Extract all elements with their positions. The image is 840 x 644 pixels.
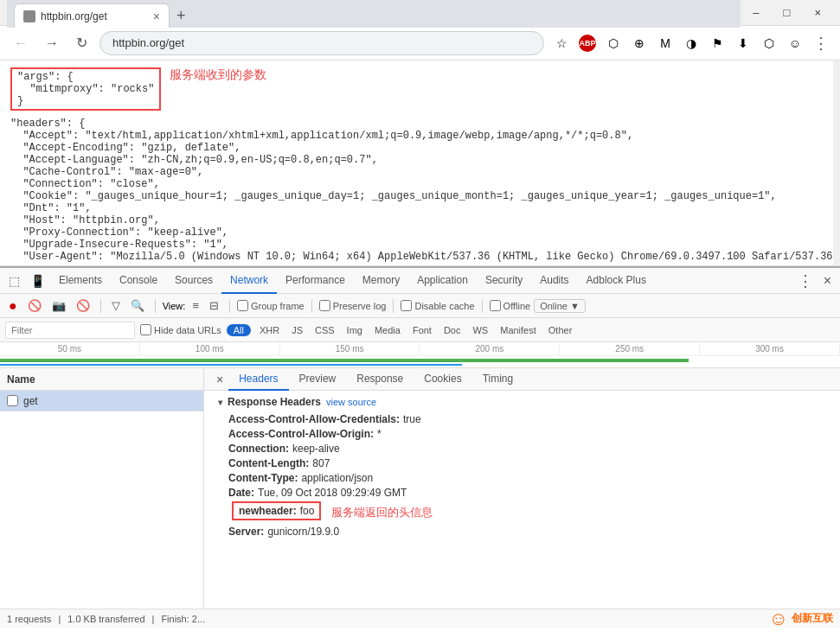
maximize-button[interactable]: □ (772, 0, 803, 26)
address-input[interactable] (99, 31, 544, 55)
extension-icon[interactable]: ⬡ (603, 33, 624, 54)
devtools-inspect-icon[interactable]: ⬚ (3, 271, 25, 291)
filter-icon[interactable]: ▽ (108, 297, 124, 314)
tab-audits[interactable]: Audits (531, 268, 577, 294)
clear-button[interactable]: 🚫 (73, 297, 93, 314)
tab-sources[interactable]: Sources (166, 268, 221, 294)
tab-security[interactable]: Security (477, 268, 531, 294)
moon-icon[interactable]: ◑ (681, 33, 702, 54)
filter-css-btn[interactable]: CSS (311, 323, 338, 337)
filter-manifest-btn[interactable]: Manifest (497, 323, 540, 337)
filter-js-btn[interactable]: JS (288, 323, 306, 337)
view-source-link[interactable]: view source (326, 397, 376, 407)
rp-tab-preview[interactable]: Preview (289, 368, 347, 391)
tab-elements[interactable]: Elements (50, 268, 111, 294)
args-label: 服务端收到的参数 (170, 67, 266, 83)
main-content: "args": { "mitmproxy": "rocks" } 服务端收到的参… (0, 61, 840, 266)
stop-button[interactable]: 🚫 (24, 297, 45, 314)
group-frame-checkbox[interactable]: Group frame (237, 300, 305, 311)
online-dropdown[interactable]: Online ▼ (534, 299, 586, 313)
finish-time: Finish: 2... (161, 614, 205, 624)
tab-application[interactable]: Application (408, 268, 477, 294)
filter-bar: Hide data URLs All XHR JS CSS Img Media … (0, 318, 840, 342)
newheader-key: newheader: (239, 505, 297, 517)
forward-button[interactable]: → (40, 33, 64, 54)
filter-all-chip[interactable]: All (227, 324, 251, 336)
hide-data-urls-checkbox[interactable]: Hide data URLs (140, 324, 221, 335)
view-label: View: (163, 301, 186, 311)
offline-checkbox[interactable]: Offline (490, 300, 531, 311)
timeline-label-300: 300 ms (700, 342, 840, 355)
rp-tab-response[interactable]: Response (346, 368, 414, 391)
puzzle-icon[interactable]: ⬡ (759, 33, 779, 54)
rp-tab-headers[interactable]: Headers (228, 368, 288, 391)
rp-tab-timing[interactable]: Timing (472, 368, 524, 391)
back-button[interactable]: ← (9, 33, 33, 54)
devtools-more-icon[interactable]: ⋮ (792, 271, 818, 290)
preserve-log-input[interactable] (319, 300, 330, 311)
tab-memory[interactable]: Memory (354, 268, 408, 294)
header-val: keep-alive (292, 443, 340, 455)
row-checkbox[interactable] (7, 395, 18, 406)
preserve-log-checkbox[interactable]: Preserve log (319, 300, 387, 311)
camera-button[interactable]: 📷 (48, 297, 69, 314)
args-json-box: "args": { "mitmproxy": "rocks" } (10, 67, 161, 111)
json-line: "Proxy-Connection": "keep-alive", (10, 226, 830, 239)
menu-button[interactable]: ⋮ (811, 33, 831, 54)
rp-close-button[interactable]: × (211, 373, 228, 386)
refresh-button[interactable]: ↻ (71, 33, 93, 54)
group-frame-input[interactable] (237, 300, 248, 311)
disable-cache-checkbox[interactable]: Disable cache (401, 300, 474, 311)
downloads-icon[interactable]: ⬇ (733, 33, 753, 54)
hide-data-urls-input[interactable] (140, 324, 151, 335)
status-sep1: | (58, 614, 61, 624)
window-controls: – □ × (741, 0, 833, 26)
emoji-icon[interactable]: ☺ (785, 33, 805, 54)
offline-input[interactable] (490, 300, 501, 311)
main-scrollbar[interactable] (833, 61, 840, 265)
adblock-icon[interactable]: ABP (577, 33, 598, 54)
tab-close-button[interactable]: × (153, 10, 160, 23)
tab-performance[interactable]: Performance (277, 268, 354, 294)
logo-area: ☺ 创新互联 (769, 608, 833, 630)
devtools-mobile-icon[interactable]: 📱 (25, 271, 50, 291)
record-button[interactable]: ● (5, 296, 21, 316)
minimize-button[interactable]: – (741, 0, 771, 26)
search-icon[interactable]: 🔍 (127, 297, 148, 314)
bookmark-icon[interactable]: ☆ (551, 33, 572, 54)
disable-cache-input[interactable] (401, 300, 412, 311)
network-row-get[interactable]: get (0, 391, 203, 411)
filter-doc-btn[interactable]: Doc (440, 323, 465, 337)
rp-tab-cookies[interactable]: Cookies (414, 368, 471, 391)
chrome-icon[interactable]: ⊕ (629, 33, 650, 54)
row-filename: get (23, 395, 38, 407)
devtools-close-icon[interactable]: × (818, 273, 837, 289)
new-tab-button[interactable]: + (170, 3, 193, 28)
filter-font-btn[interactable]: Font (409, 323, 435, 337)
filter-xhr-btn[interactable]: XHR (256, 323, 283, 337)
view-list-icon[interactable]: ≡ (189, 297, 202, 314)
logo-text: 创新互联 (792, 611, 833, 626)
view-tree-icon[interactable]: ⊟ (206, 297, 222, 314)
filter-media-btn[interactable]: Media (371, 323, 404, 337)
browser-tab[interactable]: httpbin.org/get × (14, 3, 170, 28)
filter-input[interactable] (5, 322, 135, 339)
filter-other-btn[interactable]: Other (545, 323, 576, 337)
transferred-size: 1.0 KB transferred (67, 614, 144, 624)
profile-icon[interactable]: M (655, 33, 676, 54)
timeline: 50 ms 100 ms 150 ms 200 ms 250 ms 300 ms (0, 342, 840, 368)
header-row-acao: Access-Control-Allow-Origin: * (218, 428, 826, 440)
close-window-button[interactable]: × (802, 0, 833, 26)
preserve-log-label: Preserve log (333, 301, 387, 311)
filter-ws-btn[interactable]: WS (469, 323, 491, 337)
tab-network[interactable]: Network (221, 268, 277, 294)
flag-icon[interactable]: ⚑ (707, 33, 728, 54)
timeline-label-100: 100 ms (140, 342, 280, 355)
header-key: Server: (228, 526, 264, 538)
tab-adblock[interactable]: Adblock Plus (578, 268, 655, 294)
toolbar-separator6 (482, 299, 483, 313)
filter-img-btn[interactable]: Img (343, 323, 366, 337)
timeline-labels: 50 ms 100 ms 150 ms 200 ms 250 ms 300 ms (0, 342, 840, 356)
devtools-tab-bar: ⬚ 📱 Elements Console Sources Network Per… (0, 268, 840, 294)
tab-console[interactable]: Console (111, 268, 166, 294)
